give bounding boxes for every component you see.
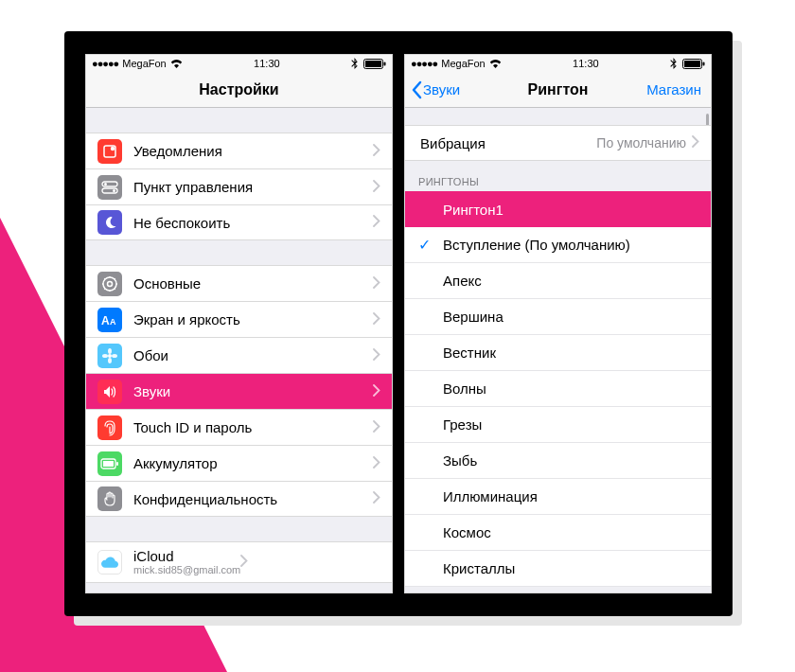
nav-bar: Звуки Рингтон Магазин bbox=[405, 72, 711, 108]
svg-rect-2 bbox=[384, 62, 386, 65]
vibration-value: По умолчанию bbox=[596, 135, 686, 150]
battery-icon bbox=[363, 59, 386, 69]
settings-row[interactable]: Звуки bbox=[86, 373, 392, 409]
bluetooth-icon bbox=[351, 58, 358, 69]
chevron-right-icon bbox=[373, 456, 380, 471]
settings-row-label: Пункт управления bbox=[133, 179, 373, 195]
sounds-icon bbox=[97, 380, 122, 404]
store-button[interactable]: Магазин bbox=[646, 81, 701, 97]
ringtone-row[interactable]: Зыбь bbox=[405, 443, 711, 479]
notifications-icon bbox=[97, 139, 122, 164]
svg-rect-20 bbox=[103, 461, 114, 467]
wifi-icon bbox=[489, 60, 502, 68]
ringtone-row[interactable]: Вершина bbox=[405, 299, 711, 335]
icloud-icon bbox=[97, 550, 122, 575]
settings-row-label: Touch ID и пароль bbox=[133, 419, 373, 435]
chevron-right-icon bbox=[373, 384, 380, 399]
settings-row[interactable]: Основные bbox=[86, 265, 392, 301]
settings-row-label: Не беспокоить bbox=[133, 215, 373, 231]
nav-bar: Настройки bbox=[86, 72, 392, 108]
svg-point-4 bbox=[111, 146, 115, 150]
settings-row[interactable]: Touch ID и пароль bbox=[86, 409, 392, 445]
wifi-icon bbox=[170, 60, 183, 68]
ringtone-label: Апекс bbox=[443, 273, 482, 289]
ringtones-section-header: РИНГТОНЫ bbox=[405, 161, 711, 191]
ringtone-label: Рингтон1 bbox=[443, 202, 504, 218]
chevron-right-icon bbox=[373, 312, 380, 327]
back-label: Звуки bbox=[423, 81, 460, 97]
ringtone-label: Волны bbox=[443, 380, 486, 397]
svg-point-15 bbox=[108, 358, 112, 363]
ringtone-label: Вестник bbox=[443, 345, 496, 361]
page-title: Рингтон bbox=[528, 81, 589, 98]
ringtone-label: Грезы bbox=[443, 416, 482, 433]
signal-dots: ●●●●● bbox=[92, 58, 118, 69]
ringtone-row[interactable]: ✓Вступление (По умолчанию) bbox=[405, 227, 711, 263]
settings-screen: ●●●●● MegaFon 11:30 Настрой bbox=[85, 54, 393, 593]
settings-row-label: Звуки bbox=[133, 383, 373, 399]
display-icon: AA bbox=[97, 308, 122, 332]
vibration-row[interactable]: Вибрация По умолчанию bbox=[405, 125, 711, 161]
icloud-label: iCloud bbox=[133, 549, 240, 565]
svg-point-6 bbox=[104, 183, 107, 186]
chevron-right-icon bbox=[373, 276, 380, 292]
chevron-right-icon bbox=[373, 215, 380, 230]
svg-text:A: A bbox=[110, 317, 116, 327]
settings-row-label: Экран и яркость bbox=[133, 311, 373, 327]
svg-point-9 bbox=[103, 277, 116, 291]
settings-row-label: Уведомления bbox=[133, 143, 373, 159]
back-button[interactable]: Звуки bbox=[411, 80, 460, 99]
settings-row[interactable]: Аккумулятор bbox=[86, 445, 392, 481]
ringtone-label: Иллюминация bbox=[443, 488, 538, 504]
svg-rect-23 bbox=[703, 62, 705, 65]
screenshot-frame: ●●●●● MegaFon 11:30 Настрой bbox=[64, 31, 733, 616]
svg-point-16 bbox=[102, 354, 108, 358]
signal-dots: ●●●●● bbox=[411, 58, 437, 69]
settings-row-icloud[interactable]: iCloud mick.sid85@gmail.com bbox=[86, 541, 392, 583]
chevron-right-icon bbox=[373, 144, 380, 159]
ringtone-row[interactable]: Кристаллы bbox=[405, 551, 711, 587]
status-time: 11:30 bbox=[254, 58, 280, 69]
vibration-label: Вибрация bbox=[420, 135, 596, 151]
svg-point-10 bbox=[108, 281, 113, 286]
settings-row-label: Конфиденциальность bbox=[133, 491, 373, 507]
carrier-label: MegaFon bbox=[441, 58, 485, 69]
battery-icon bbox=[97, 451, 122, 476]
ringtone-label: Зыбь bbox=[443, 452, 477, 469]
ringtone-row[interactable]: Вестник bbox=[405, 335, 711, 371]
settings-row[interactable]: Обои bbox=[86, 337, 392, 373]
svg-rect-19 bbox=[116, 462, 118, 466]
settings-row[interactable]: Пункт управления bbox=[86, 168, 392, 204]
chevron-right-icon bbox=[373, 348, 380, 363]
general-icon bbox=[97, 272, 122, 296]
settings-row[interactable]: AAЭкран и яркость bbox=[86, 301, 392, 337]
ringtone-row[interactable]: Волны bbox=[405, 371, 711, 407]
settings-row-label: Основные bbox=[133, 275, 373, 292]
settings-content[interactable]: УведомленияПункт управленияНе беспокоить… bbox=[86, 108, 392, 592]
ringtone-content[interactable]: Вибрация По умолчанию РИНГТОНЫ Рингтон1✓… bbox=[405, 108, 711, 592]
settings-row[interactable]: Не беспокоить bbox=[86, 204, 392, 240]
chevron-right-icon bbox=[373, 491, 380, 506]
settings-row[interactable]: Конфиденциальность bbox=[86, 481, 392, 517]
checkmark-icon: ✓ bbox=[418, 236, 443, 254]
bluetooth-icon bbox=[670, 58, 677, 69]
chevron-right-icon bbox=[373, 180, 380, 195]
ringtone-row[interactable]: Апекс bbox=[405, 263, 711, 299]
ringtone-row[interactable]: Грезы bbox=[405, 407, 711, 443]
touchid-icon bbox=[97, 416, 122, 440]
settings-row-label: Аккумулятор bbox=[133, 455, 373, 471]
ringtone-row[interactable]: Рингтон1 bbox=[405, 191, 711, 227]
do-not-disturb-icon bbox=[97, 210, 122, 235]
ringtone-screen: ●●●●● MegaFon 11:30 bbox=[404, 54, 712, 593]
ringtone-row[interactable]: Космос bbox=[405, 515, 711, 551]
status-bar: ●●●●● MegaFon 11:30 bbox=[405, 55, 711, 72]
settings-row[interactable]: Уведомления bbox=[86, 133, 392, 168]
wallpaper-icon bbox=[97, 344, 122, 368]
ringtone-row[interactable]: Иллюминация bbox=[405, 479, 711, 515]
battery-icon bbox=[682, 59, 705, 69]
chevron-right-icon bbox=[240, 555, 248, 570]
ringtone-label: Космос bbox=[443, 524, 491, 540]
status-bar: ●●●●● MegaFon 11:30 bbox=[86, 55, 392, 72]
privacy-icon bbox=[97, 486, 122, 511]
ringtone-label: Кристаллы bbox=[443, 560, 515, 576]
